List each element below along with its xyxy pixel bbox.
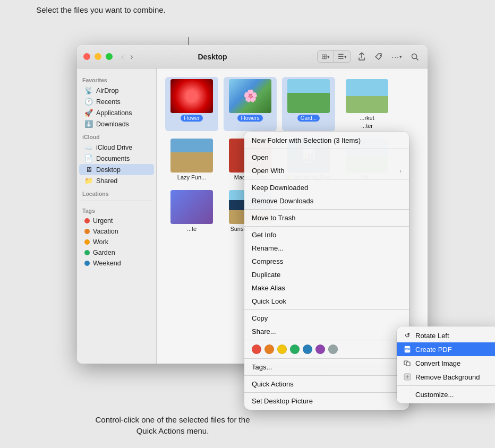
convert-image-icon <box>403 359 412 367</box>
ctx-rename[interactable]: Rename... <box>244 242 409 255</box>
ctx-new-folder[interactable]: New Folder with Selection (3 Items) <box>244 134 409 147</box>
tag-yellow[interactable] <box>277 344 287 354</box>
more-button[interactable]: ··· ▾ <box>389 51 404 62</box>
sub-remove-background[interactable]: Remove Background <box>397 370 495 384</box>
garden-dot <box>84 250 90 255</box>
tag-button[interactable] <box>372 51 385 62</box>
svg-text:PDF: PDF <box>405 348 410 351</box>
recents-icon: 🕐 <box>84 98 93 106</box>
flower-thumbnail <box>170 79 213 113</box>
sidebar-item-airdrop[interactable]: 📡 AirDrop <box>79 85 154 96</box>
ctx-sep5 <box>244 309 409 310</box>
ctx-quick-actions[interactable]: Quick Actions › <box>244 377 409 391</box>
ctx-move-to-trash[interactable]: Move to Trash <box>244 211 409 225</box>
file-item-na2[interactable]: ...te <box>165 188 218 234</box>
sidebar-item-tag-garden[interactable]: Garden <box>79 247 154 258</box>
ctx-open[interactable]: Open <box>244 151 409 164</box>
locations-label: Locations <box>77 186 156 199</box>
airdrop-icon: 📡 <box>84 87 93 94</box>
landscape2-name: Lazy Fun... <box>177 174 206 180</box>
sidebar-item-documents[interactable]: 📄 Documents <box>79 153 154 164</box>
ctx-sep6 <box>244 340 409 340</box>
sidebar-item-desktop[interactable]: 🖥 Desktop <box>79 164 154 175</box>
tags-label: Tags <box>77 203 156 216</box>
icloud-icon: ☁️ <box>84 143 93 151</box>
ctx-share[interactable]: Share... <box>244 325 409 338</box>
file-item-landscape1[interactable]: ...rket ...ter <box>340 77 394 131</box>
ctx-keep-downloaded[interactable]: Keep Downloaded <box>244 181 409 194</box>
tag-red[interactable] <box>252 344 261 354</box>
search-button[interactable] <box>408 51 421 62</box>
garden-thumbnail <box>287 79 330 113</box>
garden-label: Garden <box>93 249 115 256</box>
flower-label: Flower <box>181 115 203 122</box>
svg-point-0 <box>380 54 381 55</box>
rotate-left-icon: ↺ <box>403 331 412 340</box>
file-item-flower[interactable]: Flower <box>165 77 218 131</box>
landscape1-sub: ...ter <box>361 123 373 129</box>
desktop-label: Desktop <box>96 166 121 174</box>
sidebar: Favorites 📡 AirDrop 🕐 Recents 🚀 Applicat… <box>77 68 157 364</box>
sidebar-item-shared[interactable]: 📁 Shared <box>79 175 154 186</box>
ctx-remove-downloads[interactable]: Remove Downloads <box>244 194 409 208</box>
sidebar-item-recents[interactable]: 🕐 Recents <box>79 96 154 107</box>
file-item-garden[interactable]: Gard... <box>282 77 335 131</box>
ctx-sep4 <box>244 226 409 227</box>
sidebar-item-tag-work[interactable]: Work <box>79 237 154 247</box>
sidebar-item-tag-vacation[interactable]: Vacation <box>79 226 154 237</box>
ctx-make-alias[interactable]: Make Alias <box>244 281 409 295</box>
ctx-get-info[interactable]: Get Info <box>244 228 409 242</box>
shared-label: Shared <box>96 177 117 185</box>
open-with-arrow: › <box>399 168 402 174</box>
vacation-label: Vacation <box>93 228 118 235</box>
airdrop-label: AirDrop <box>96 87 118 94</box>
close-button[interactable] <box>83 53 90 60</box>
ctx-open-with[interactable]: Open With › <box>244 164 409 177</box>
tag-orange[interactable] <box>264 344 274 354</box>
file-item-flowers[interactable]: Flowers <box>224 77 277 131</box>
sidebar-item-icloud-drive[interactable]: ☁️ iCloud Drive <box>79 142 154 153</box>
minimize-button[interactable] <box>95 53 101 60</box>
share-button[interactable] <box>355 51 368 62</box>
window-title: Desktop <box>108 53 318 61</box>
urgent-dot <box>84 218 90 223</box>
downloads-icon: ⬇️ <box>84 120 93 128</box>
sub-rotate-left[interactable]: ↺ Rotate Left <box>397 329 495 342</box>
ctx-compress[interactable]: Compress <box>244 255 409 268</box>
icloud-label: iCloud <box>77 130 156 142</box>
tag-gray[interactable] <box>328 344 338 354</box>
na2-image <box>170 190 213 224</box>
desktop-icon: 🖥 <box>84 166 93 174</box>
documents-label: Documents <box>96 155 130 162</box>
sidebar-divider1 <box>81 201 152 201</box>
list-view-button[interactable]: ☰ ▾ <box>334 51 351 62</box>
sub-create-pdf[interactable]: PDF Create PDF <box>397 342 495 356</box>
ctx-set-desktop[interactable]: Set Desktop Picture <box>244 394 409 408</box>
tag-purple[interactable] <box>315 344 325 354</box>
icon-view-button[interactable]: ⊞ ▾ <box>318 51 334 62</box>
weekend-label: Weekend <box>93 260 121 267</box>
svg-rect-6 <box>406 362 410 366</box>
sidebar-item-tag-urgent[interactable]: Urgent <box>79 216 154 226</box>
ctx-copy[interactable]: Copy <box>244 312 409 325</box>
landscape1-image <box>346 79 388 113</box>
ctx-quick-look[interactable]: Quick Look <box>244 295 409 308</box>
ctx-tags[interactable]: Tags... <box>244 360 409 374</box>
ctx-sep3 <box>244 209 409 210</box>
ctx-duplicate[interactable]: Duplicate <box>244 268 409 281</box>
downloads-label: Downloads <box>96 120 129 128</box>
svg-line-2 <box>416 58 419 60</box>
ctx-sep2 <box>244 179 409 179</box>
landscape1-name: ...rket <box>360 115 374 121</box>
sidebar-item-tag-weekend[interactable]: Weekend <box>79 258 154 269</box>
tag-blue[interactable] <box>303 344 312 354</box>
sidebar-item-downloads[interactable]: ⬇️ Downloads <box>79 118 154 130</box>
file-item-landscape2[interactable]: Lazy Fun... <box>165 136 218 183</box>
sidebar-item-applications[interactable]: 🚀 Applications <box>79 107 154 118</box>
sub-convert-image[interactable]: Convert Image <box>397 356 495 370</box>
garden-label: Gard... <box>297 115 320 122</box>
weekend-dot <box>84 261 90 266</box>
tag-green[interactable] <box>290 344 300 354</box>
sub-customize[interactable]: Customize... <box>397 387 495 401</box>
documents-icon: 📄 <box>84 154 93 162</box>
